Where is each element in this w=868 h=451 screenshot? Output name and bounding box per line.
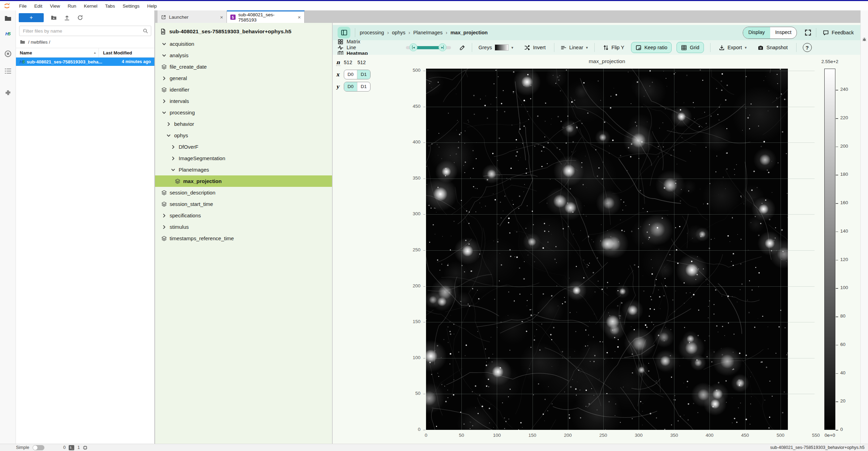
kernel-chip-icon[interactable] (83, 445, 88, 450)
filter-files-input[interactable] (19, 26, 151, 36)
colormap-selector[interactable]: Greys ▾ (478, 44, 513, 51)
close-icon[interactable]: × (217, 14, 223, 20)
tab-sub-408021-ses-7585193[interactable]: 5sub-408021_ses-7585193× (227, 10, 305, 23)
axis-label-x: x (336, 71, 340, 78)
gridline (426, 286, 815, 287)
help-button[interactable]: ? (803, 43, 812, 52)
menu-item-help[interactable]: Help (143, 3, 161, 9)
file-list-header: Name ▲ Last Modified (16, 48, 154, 58)
file-browser-icon[interactable] (4, 15, 12, 22)
menu-item-kernel[interactable]: Kernel (80, 3, 101, 9)
toggle-explorer-button[interactable] (338, 27, 350, 38)
tree-item-general[interactable]: general (155, 72, 332, 84)
breadcrumb-ophys[interactable]: ophys (392, 30, 406, 35)
domain-slider[interactable]: ◂ ▸ (406, 43, 451, 52)
tree-item-ImageSegmentation[interactable]: ImageSegmentation (155, 153, 332, 164)
tree-item-timestamps_reference_time[interactable]: timestamps_reference_time (155, 233, 332, 244)
tree-item-ophys[interactable]: ophys (155, 130, 332, 141)
menu-item-tabs[interactable]: Tabs (101, 3, 119, 9)
dim-option-D1[interactable]: D1 (357, 70, 370, 79)
axis-row-x: xD0D1 (336, 70, 371, 79)
dim-option-D1[interactable]: D1 (357, 82, 370, 91)
column-last-modified[interactable]: Last Modified (99, 50, 154, 55)
tree-item-label: file_create_date (170, 64, 207, 70)
menu-item-file[interactable]: File (15, 3, 31, 9)
hdf5-browser-icon[interactable]: H5 (4, 30, 12, 37)
tree-item-session_start_time[interactable]: session_start_time (155, 198, 332, 210)
colorbar-tick-label: 200 (840, 144, 848, 149)
tree-item-max_projection[interactable]: max_projection (155, 175, 332, 187)
simple-mode-toggle[interactable] (33, 445, 44, 450)
gridline (426, 179, 815, 179)
y-tick-mark (423, 430, 425, 430)
colorbar[interactable] (824, 69, 835, 430)
export-button[interactable]: Export ▾ (717, 44, 749, 51)
tree-item-label: stimulus (170, 224, 189, 230)
dataset-icon (161, 236, 167, 241)
vis-tab-line[interactable]: Line (333, 45, 373, 51)
vis-tab-label: Line (347, 45, 356, 50)
mode-display[interactable]: Display (743, 27, 770, 38)
table-of-contents-icon[interactable] (4, 67, 12, 75)
x-tick-label: 150 (522, 433, 543, 438)
tree-item-DfOverF[interactable]: DfOverF (155, 141, 332, 153)
chevron-down-icon (161, 41, 167, 47)
menu-item-settings[interactable]: Settings (119, 3, 143, 9)
terminal-icon[interactable]: $_ (69, 445, 74, 450)
new-folder-icon[interactable] (51, 15, 57, 21)
vis-tab-matrix[interactable]: Matrix (333, 39, 373, 45)
tree-item-PlaneImages[interactable]: PlaneImages (155, 164, 332, 175)
heatmap-canvas[interactable] (426, 69, 788, 430)
colorbar-tick-mark (836, 345, 838, 346)
dim-option-D0[interactable]: D0 (344, 70, 357, 79)
breadcrumb-max_projection[interactable]: max_projection (450, 30, 487, 35)
edit-domain-icon[interactable] (459, 44, 466, 51)
menu-item-edit[interactable]: Edit (31, 3, 46, 9)
keep-ratio-toggle[interactable]: Keep ratio (631, 42, 672, 53)
flip-y-button[interactable]: Flip Y (601, 44, 627, 51)
slider-handle-max[interactable]: ▸ (439, 43, 446, 51)
tree-item-processing[interactable]: processing (155, 107, 332, 118)
chevron-right-icon (170, 156, 176, 161)
extension-manager-icon[interactable] (4, 89, 12, 97)
dims-row: n512512 (336, 58, 371, 67)
tree-item-behavior[interactable]: behavior (155, 118, 332, 130)
invert-colormap-button[interactable]: Invert (522, 44, 547, 51)
dim-size: 512 (344, 60, 352, 65)
new-launcher-button[interactable]: + (19, 13, 44, 22)
tree-item-intervals[interactable]: intervals (155, 95, 332, 107)
h5-file-title[interactable]: sub-408021_ses-758519303_behavior+ophys.… (155, 23, 332, 38)
chevron-right-icon (161, 76, 167, 81)
snapshot-button[interactable]: Snapshot (756, 44, 790, 51)
tree-item-stimulus[interactable]: stimulus (155, 221, 332, 233)
mode-inspect[interactable]: Inspect (770, 27, 797, 38)
tree-item-identifier[interactable]: identifier (155, 84, 332, 95)
menu-item-run[interactable]: Run (64, 3, 80, 9)
dim-option-D0[interactable]: D0 (344, 82, 357, 91)
refresh-icon[interactable] (77, 15, 83, 21)
dataset-icon (161, 87, 167, 93)
fullscreen-icon[interactable] (805, 29, 811, 36)
tree-item-specifications[interactable]: specifications (155, 210, 332, 221)
breadcrumb[interactable]: / nwbfiles / (16, 36, 154, 48)
tree-item-acquisition[interactable]: acquisition (155, 38, 332, 50)
upload-icon[interactable] (64, 15, 70, 21)
slider-handle-min[interactable]: ◂ (409, 43, 417, 51)
tree-item-analysis[interactable]: analysis (155, 50, 332, 61)
file-row[interactable]: H5sub-408021_ses-758519303_beha...4 minu… (16, 58, 154, 66)
tab-launcher[interactable]: Launcher× (158, 10, 227, 23)
column-name[interactable]: Name ▲ (16, 50, 99, 55)
tree-item-file_create_date[interactable]: file_create_date (155, 61, 332, 72)
grid-toggle[interactable]: Grid (676, 42, 704, 53)
menu-item-view[interactable]: View (46, 3, 64, 9)
close-icon[interactable]: × (295, 14, 301, 20)
tree-item-label: max_projection (183, 178, 222, 184)
breadcrumb-processing[interactable]: processing (360, 30, 384, 35)
scale-selector[interactable]: Linear ▾ (561, 45, 588, 51)
breadcrumb-PlaneImages[interactable]: PlaneImages (413, 30, 443, 35)
divider (816, 28, 816, 37)
bug-icon[interactable] (862, 37, 867, 42)
feedback-button[interactable]: Feedback (821, 29, 856, 36)
running-sessions-icon[interactable] (4, 50, 12, 58)
tree-item-session_description[interactable]: session_description (155, 187, 332, 198)
